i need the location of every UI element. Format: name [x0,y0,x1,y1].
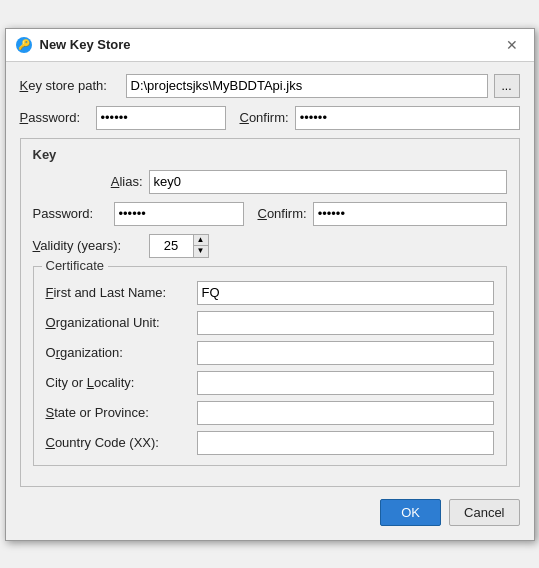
cert-label-2: Organization: [46,345,191,360]
cert-label-3: City or Locality: [46,375,191,390]
keystore-password-row: Password: Confirm: [20,106,520,130]
validity-label: Validity (years): [33,238,143,253]
keystore-password-label: Password: [20,110,90,125]
key-confirm-input[interactable] [313,202,507,226]
alias-label: Alias: [33,174,143,189]
title-bar: 🔑 New Key Store ✕ [6,29,534,62]
spinner-buttons: ▲ ▼ [193,234,209,258]
spinner-down-button[interactable]: ▼ [194,246,208,257]
browse-button[interactable]: ... [494,74,520,98]
key-password-row: Password: Confirm: [33,202,507,226]
key-password-input[interactable] [114,202,244,226]
certificate-group: Certificate First and Last Name: Organiz… [33,266,507,466]
keystore-path-label: Key store path: [20,78,120,93]
cert-field-row-1: Organizational Unit: [46,311,494,335]
cert-input-3[interactable] [197,371,494,395]
validity-input[interactable] [149,234,193,258]
cert-label-1: Organizational Unit: [46,315,191,330]
ok-button[interactable]: OK [380,499,441,526]
cert-label-4: State or Province: [46,405,191,420]
cert-field-row-0: First and Last Name: [46,281,494,305]
keystore-path-row: Key store path: ... [20,74,520,98]
keystore-confirm-label: Confirm: [240,110,289,125]
dialog-content: Key store path: ... Password: Confirm: K… [6,62,534,540]
key-confirm-label: Confirm: [258,206,307,221]
cert-input-1[interactable] [197,311,494,335]
button-row: OK Cancel [20,495,520,528]
key-password-label: Password: [33,206,108,221]
alias-input[interactable] [149,170,507,194]
key-group: Key Alias: Password: Confirm: [20,138,520,487]
cert-field-row-4: State or Province: [46,401,494,425]
cert-field-row-5: Country Code (XX): [46,431,494,455]
keystore-confirm-input[interactable] [295,106,520,130]
alias-row: Alias: [33,170,507,194]
keystore-password-input[interactable] [96,106,226,130]
cert-field-row-2: Organization: [46,341,494,365]
cancel-button[interactable]: Cancel [449,499,519,526]
cert-label-0: First and Last Name: [46,285,191,300]
key-section-title: Key [33,147,507,162]
cert-input-2[interactable] [197,341,494,365]
spinner-up-button[interactable]: ▲ [194,235,208,247]
certificate-title: Certificate [42,258,109,273]
close-button[interactable]: ✕ [500,35,524,55]
cert-input-4[interactable] [197,401,494,425]
cert-field-row-3: City or Locality: [46,371,494,395]
validity-row: Validity (years): ▲ ▼ [33,234,507,258]
cert-label-5: Country Code (XX): [46,435,191,450]
dialog-title: New Key Store [40,37,492,52]
cert-input-5[interactable] [197,431,494,455]
cert-input-0[interactable] [197,281,494,305]
validity-spinner: ▲ ▼ [149,234,209,258]
keystore-path-input[interactable] [126,74,488,98]
new-key-store-dialog: 🔑 New Key Store ✕ Key store path: ... Pa… [5,28,535,541]
dialog-icon: 🔑 [16,37,32,53]
